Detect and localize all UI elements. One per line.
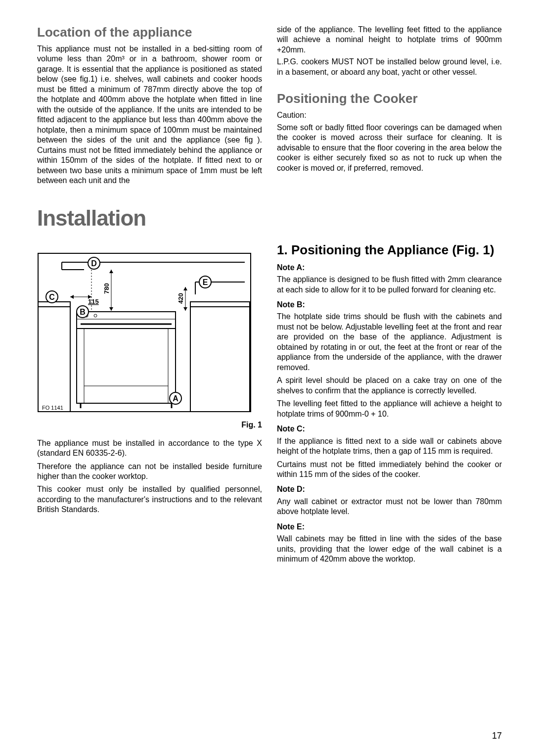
note-b-body-1: The hotplate side trims should be flush … bbox=[277, 312, 502, 373]
svg-marker-15 bbox=[70, 295, 74, 299]
location-body: This appliance must not be installed in … bbox=[37, 44, 262, 186]
note-d-heading: Note D: bbox=[277, 484, 502, 494]
right-body-3: Some soft or badly fitted floor covering… bbox=[277, 123, 502, 173]
svg-text:780: 780 bbox=[103, 283, 110, 294]
right-column-bottom: 1. Positioning the Appliance (Fig. 1) No… bbox=[277, 242, 502, 567]
svg-text:E: E bbox=[203, 278, 208, 286]
svg-text:B: B bbox=[80, 308, 86, 316]
figure-1: D E C bbox=[37, 252, 262, 429]
note-a-body: The appliance is designed to be flush fi… bbox=[277, 275, 502, 295]
figure-caption: Fig. 1 bbox=[241, 421, 262, 429]
positioning-heading: Positioning the Cooker bbox=[277, 91, 502, 106]
note-b-heading: Note B: bbox=[277, 300, 502, 310]
note-e-heading: Note E: bbox=[277, 522, 502, 532]
svg-text:FO  1141: FO 1141 bbox=[42, 405, 63, 411]
positioning-appliance-heading: 1. Positioning the Appliance (Fig. 1) bbox=[277, 242, 502, 258]
note-e-body: Wall cabinets may be fitted in line with… bbox=[277, 534, 502, 564]
svg-marker-25 bbox=[183, 307, 187, 311]
page-number: 17 bbox=[492, 731, 502, 741]
svg-text:A: A bbox=[173, 394, 178, 403]
svg-marker-24 bbox=[183, 287, 187, 290]
note-b-body-3: The levelling feet fitted to the applian… bbox=[277, 399, 502, 419]
note-a-heading: Note A: bbox=[277, 263, 502, 273]
location-heading: Location of the appliance bbox=[37, 25, 262, 40]
installation-heading: Installation bbox=[37, 206, 502, 231]
caution-label: Caution: bbox=[277, 110, 502, 120]
left-bottom-p2: Therefore the appliance can not be insta… bbox=[37, 462, 262, 482]
note-c-body-2: Curtains must not be fitted immediately … bbox=[277, 460, 502, 480]
left-bottom-p1: The appliance must be installed in accor… bbox=[37, 438, 262, 459]
svg-text:D: D bbox=[91, 259, 97, 268]
right-column-top: side of the appliance. The levelling fee… bbox=[277, 25, 502, 188]
left-column-bottom: D E C bbox=[37, 242, 262, 567]
right-body-2: L.P.G. cookers MUST NOT be installed bel… bbox=[277, 57, 502, 77]
svg-text:115: 115 bbox=[88, 298, 99, 305]
note-d-body: Any wall cabinet or extractor must not b… bbox=[277, 497, 502, 517]
right-body-1: side of the appliance. The levelling fee… bbox=[277, 25, 502, 55]
svg-rect-27 bbox=[77, 312, 176, 403]
svg-rect-42 bbox=[190, 302, 250, 412]
note-c-heading: Note C: bbox=[277, 424, 502, 434]
svg-text:C: C bbox=[49, 293, 55, 301]
note-c-body-1: If the appliance is fitted next to a sid… bbox=[277, 436, 502, 457]
left-bottom-p3: This cooker must only be installed by qu… bbox=[37, 484, 262, 515]
left-column-top: Location of the appliance This appliance… bbox=[37, 25, 262, 188]
svg-text:420: 420 bbox=[177, 293, 184, 304]
svg-rect-10 bbox=[38, 302, 70, 412]
svg-marker-20 bbox=[109, 270, 113, 273]
note-b-body-2: A spirit level should be placed on a cak… bbox=[277, 376, 502, 396]
svg-marker-21 bbox=[109, 307, 113, 311]
